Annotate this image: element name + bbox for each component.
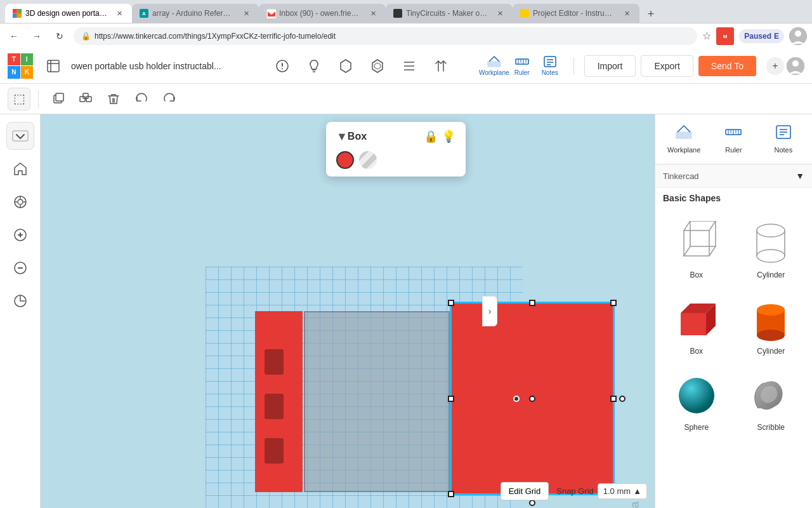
tab-instructables[interactable]: Project Editor - Instructables ✕ bbox=[513, 4, 639, 23]
document-view-button[interactable] bbox=[43, 56, 63, 76]
viewport[interactable]: ▼ Box 🔒 💡 Workplane Edit Grid bbox=[41, 114, 655, 508]
url-bar[interactable]: 🔒 https://www.tinkercad.com/things/1Xymp… bbox=[74, 27, 697, 45]
bottom-bar: Edit Grid Snap Grid 1.0 mm ▲ bbox=[501, 482, 647, 500]
orientation-button[interactable] bbox=[6, 287, 34, 315]
center-handle-2[interactable] bbox=[529, 396, 535, 402]
shape-icon-btn[interactable]: ⬚ bbox=[8, 88, 30, 110]
extensions-area: M bbox=[716, 27, 734, 45]
shape-item-solid-cylinder[interactable]: Cylinder bbox=[735, 290, 808, 363]
shape-dropdown-button[interactable] bbox=[6, 122, 34, 150]
ruler-tab[interactable]: Ruler bbox=[710, 119, 757, 159]
handle-right-mid[interactable] bbox=[610, 396, 617, 402]
snap-grid-value[interactable]: 1.0 mm ▲ bbox=[598, 483, 647, 499]
shape-box-outline[interactable] bbox=[304, 311, 450, 492]
user-avatar[interactable] bbox=[787, 57, 804, 75]
redo-button[interactable] bbox=[158, 88, 181, 110]
solid-cylinder-icon bbox=[745, 297, 796, 342]
workplane-tab[interactable]: Workplane bbox=[660, 119, 707, 159]
shape-item-solid-box[interactable]: Box bbox=[660, 290, 733, 363]
shape-item-sphere[interactable]: Sphere bbox=[660, 366, 733, 439]
svg-rect-52 bbox=[676, 132, 691, 138]
library-dropdown[interactable]: ▼ bbox=[796, 171, 804, 181]
toolbar-separator-1 bbox=[573, 57, 574, 75]
notes-tab[interactable]: Notes bbox=[760, 119, 807, 159]
shape-popup-title: Box bbox=[348, 131, 367, 142]
shape-item-scribble[interactable]: Scribble bbox=[735, 366, 808, 439]
color-swatch-red[interactable] bbox=[336, 151, 354, 169]
paused-button[interactable]: Paused E bbox=[739, 29, 784, 43]
delete-button[interactable] bbox=[102, 88, 125, 110]
bulb-icon-popup[interactable]: 💡 bbox=[442, 130, 455, 144]
shape-item-wireframe-box[interactable]: Box bbox=[660, 213, 733, 287]
handle-bottom-left[interactable] bbox=[448, 491, 454, 497]
profile-avatar[interactable] bbox=[789, 27, 807, 45]
tinkercad-logo[interactable]: T I N K bbox=[8, 53, 33, 79]
align-button[interactable] bbox=[396, 53, 422, 79]
tab-close-tinkercad[interactable]: ✕ bbox=[114, 8, 124, 18]
library-name: Basic Shapes bbox=[655, 188, 812, 208]
light-bulb-button[interactable] bbox=[301, 53, 327, 79]
handle-top-left[interactable] bbox=[448, 300, 454, 306]
shape-item-wireframe-cylinder[interactable]: Cylinder bbox=[735, 213, 808, 287]
tab-arduino[interactable]: A array - Arduino Reference ✕ bbox=[132, 4, 259, 23]
inspect-button[interactable] bbox=[269, 53, 296, 79]
edit-grid-button[interactable]: Edit Grid bbox=[501, 482, 549, 500]
flip-button[interactable] bbox=[428, 53, 454, 79]
svg-rect-1 bbox=[18, 9, 22, 13]
tab-gmail[interactable]: Inbox (90) - owen.friedman@... ✕ bbox=[259, 4, 386, 23]
center-handle[interactable] bbox=[513, 396, 520, 402]
tab-close-instructables[interactable]: ✕ bbox=[622, 8, 632, 18]
svg-point-77 bbox=[757, 304, 785, 316]
reload-button[interactable]: ↻ bbox=[51, 27, 69, 45]
collapse-panel-button[interactable]: › bbox=[482, 296, 497, 326]
zoom-in-button[interactable] bbox=[6, 221, 34, 249]
shape-left-box[interactable] bbox=[255, 311, 303, 492]
logo-cell-k: K bbox=[21, 66, 34, 79]
import-button[interactable]: Import bbox=[584, 55, 636, 77]
color-swatch-hole[interactable] bbox=[359, 151, 377, 169]
send-to-button[interactable]: Send To bbox=[698, 56, 756, 76]
group-button[interactable] bbox=[74, 88, 97, 110]
gmail-extension[interactable]: M bbox=[716, 27, 734, 45]
back-button[interactable]: ← bbox=[5, 27, 23, 45]
workplane-button[interactable]: Workplane bbox=[481, 53, 508, 79]
tab-tinkercad[interactable]: 3D design owen portable usb... ✕ bbox=[5, 4, 132, 23]
handle-top-right[interactable] bbox=[610, 300, 617, 306]
home-button[interactable] bbox=[6, 155, 34, 183]
svg-point-79 bbox=[679, 378, 714, 413]
browser-chrome: 3D design owen portable usb... ✕ A array… bbox=[0, 0, 812, 48]
ruler-button[interactable]: Ruler bbox=[509, 53, 535, 79]
shape-item-label-box2: Box bbox=[690, 347, 703, 356]
handle-left-mid[interactable] bbox=[448, 396, 454, 402]
workplane-panel-buttons: Workplane Ruler Notes bbox=[481, 53, 563, 79]
target-button[interactable] bbox=[6, 188, 34, 216]
wireframe-cylinder-icon bbox=[745, 221, 796, 265]
forward-button[interactable]: → bbox=[28, 27, 46, 45]
undo-button[interactable] bbox=[130, 88, 153, 110]
usb-slot-2 bbox=[265, 394, 284, 419]
new-tab-button[interactable]: + bbox=[642, 5, 660, 23]
logo-cell-i: I bbox=[21, 53, 34, 66]
hex-ring-button[interactable] bbox=[364, 53, 391, 79]
tab-close-arduino[interactable]: ✕ bbox=[241, 8, 251, 18]
shape-box-large[interactable] bbox=[450, 302, 615, 495]
tab-close-gmail[interactable]: ✕ bbox=[368, 8, 378, 18]
tab-tinycircuits[interactable]: TinyCircuits - Maker of Tiny... ✕ bbox=[386, 4, 513, 23]
tab-close-tinycircuits[interactable]: ✕ bbox=[495, 8, 505, 18]
handle-top-mid[interactable] bbox=[529, 300, 535, 306]
rotate-handle-bottom[interactable] bbox=[529, 500, 535, 506]
bookmark-button[interactable]: ☆ bbox=[702, 30, 711, 42]
zoom-out-button[interactable] bbox=[6, 254, 34, 282]
tab-title-tinkercad: 3D design owen portable usb... bbox=[25, 9, 108, 18]
export-button[interactable]: Export bbox=[641, 55, 693, 77]
svg-rect-0 bbox=[13, 9, 16, 13]
lock-icon-popup[interactable]: 🔒 bbox=[424, 130, 438, 144]
add-account-button[interactable]: + bbox=[766, 57, 784, 75]
svg-rect-11 bbox=[48, 60, 59, 72]
notes-button[interactable]: Notes bbox=[537, 53, 563, 79]
shape-popup-arrow-left[interactable]: ▼ bbox=[336, 130, 348, 144]
hexagon-button[interactable] bbox=[332, 53, 359, 79]
duplicate-button[interactable] bbox=[46, 88, 69, 110]
rotate-handle-right[interactable] bbox=[619, 396, 625, 402]
tab-favicon-instructables bbox=[520, 9, 529, 18]
